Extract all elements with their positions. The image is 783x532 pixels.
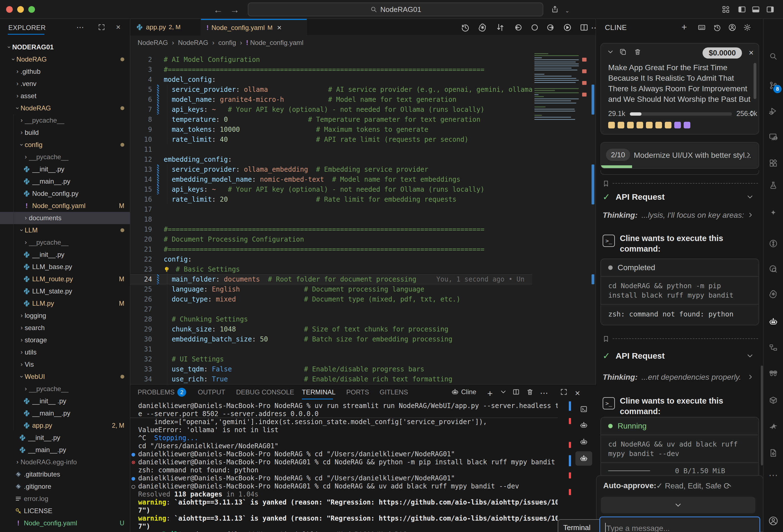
robots-icon[interactable] bbox=[768, 368, 779, 379]
code-line-17[interactable]: 17 bbox=[130, 204, 532, 214]
task-scrollbar[interactable] bbox=[754, 63, 756, 99]
nav-forward-circle-icon[interactable] bbox=[546, 23, 556, 32]
code-line-8[interactable]: 8 temperature: 0 # Temperature parameter… bbox=[130, 114, 532, 125]
source-control-icon[interactable]: 8 bbox=[768, 80, 779, 91]
auto-approve-label[interactable]: Auto-approve: bbox=[603, 481, 656, 490]
tree-folder-noderag[interactable]: ›NodeRAG bbox=[0, 53, 130, 65]
share-chevron-icon[interactable]: ⌄ bbox=[565, 7, 570, 14]
traffic-close-button[interactable] bbox=[6, 6, 13, 13]
nav-forward-icon[interactable]: → bbox=[229, 4, 240, 15]
tree-folder-utils[interactable]: ›utils bbox=[0, 346, 130, 358]
code-editor[interactable]: 2# AI Model Configuration3#=============… bbox=[130, 50, 595, 384]
code-line-30[interactable]: 30 embedding_batch_size: 50 # Batch size… bbox=[130, 334, 532, 344]
split-terminal-icon[interactable] bbox=[512, 388, 520, 396]
breadcrumb-item[interactable]: NodeRAG bbox=[137, 39, 168, 46]
code-line-22[interactable]: 22config: bbox=[130, 254, 532, 264]
account-icon[interactable] bbox=[768, 516, 779, 527]
tree-folder-storage[interactable]: ›storage bbox=[0, 334, 130, 346]
expand-view-icon[interactable] bbox=[98, 23, 105, 31]
extensions-icon[interactable] bbox=[768, 158, 779, 169]
tree-file--main-py[interactable]: __main__.py bbox=[0, 444, 130, 456]
toggle-panel-icon[interactable] bbox=[751, 5, 760, 14]
code-line-2[interactable]: 2# AI Model Configuration bbox=[130, 55, 532, 65]
todo-chevron-icon[interactable] bbox=[745, 151, 752, 159]
traffic-zoom-button[interactable] bbox=[28, 6, 35, 13]
command-center-search[interactable]: NodeRAG01 bbox=[248, 2, 543, 16]
api-request-row[interactable]: ✓ API Request bbox=[603, 191, 757, 202]
chevron-down-icon[interactable] bbox=[746, 193, 754, 201]
code-line-33[interactable]: 33 use_tqdm: False # Enable/disable prog… bbox=[130, 364, 532, 374]
tree-folder-noderag[interactable]: ›NodeRAG bbox=[0, 102, 130, 114]
code-line-3[interactable]: 3#======================================… bbox=[130, 65, 532, 75]
tree-file--gitignore[interactable]: .gitignore bbox=[0, 480, 130, 493]
panel-tab-gitlens[interactable]: GITLENS bbox=[380, 385, 408, 400]
code-line-21[interactable]: 21#=====================================… bbox=[130, 244, 532, 254]
chevron-right-icon[interactable] bbox=[747, 211, 754, 219]
code-line-4[interactable]: 4model_config: bbox=[130, 75, 532, 85]
close-tab-icon[interactable]: × bbox=[277, 23, 281, 32]
session-cline-icon[interactable] bbox=[575, 435, 592, 449]
breadcrumb-item[interactable]: ! Node_config.yaml bbox=[246, 39, 304, 46]
code-line-6[interactable]: 6 model_name: granite4-micro-h # Model n… bbox=[130, 95, 532, 105]
tree-folder-llm[interactable]: ›LLM bbox=[0, 224, 130, 236]
close-task-icon[interactable]: × bbox=[749, 48, 754, 58]
session-shell-icon[interactable] bbox=[575, 402, 592, 416]
history-icon[interactable] bbox=[461, 23, 470, 32]
code-line-19[interactable]: 19#=====================================… bbox=[130, 224, 532, 234]
code-line-24[interactable]: 24 main_folder: documents # Root folder … bbox=[130, 274, 532, 284]
run-file-icon[interactable] bbox=[563, 23, 572, 32]
code-line-32[interactable]: 32 # UI Settings bbox=[130, 354, 532, 364]
session-cline-icon[interactable] bbox=[575, 418, 592, 432]
nav-back-circle-icon[interactable] bbox=[513, 23, 523, 32]
chevron-up-icon[interactable] bbox=[725, 482, 732, 489]
code-line-15[interactable]: 15 api_keys: ~ # Your API key (optional)… bbox=[130, 185, 532, 194]
tree-folder-logging[interactable]: ›logging bbox=[0, 309, 130, 322]
cline-robot-icon[interactable] bbox=[768, 316, 779, 327]
share-icon[interactable] bbox=[551, 5, 559, 14]
breadcrumb-item[interactable]: config bbox=[218, 39, 236, 46]
account-icon[interactable] bbox=[728, 23, 737, 32]
debug-icon[interactable] bbox=[768, 105, 779, 117]
kangaroo-icon[interactable] bbox=[768, 421, 779, 432]
chevron-right-icon[interactable] bbox=[747, 373, 754, 380]
cpp-tools-icon[interactable] bbox=[768, 447, 779, 459]
cline-scrollbar[interactable] bbox=[761, 366, 763, 465]
code-line-7[interactable]: 7 api_keys: ~ # Your API key (optional) … bbox=[130, 105, 532, 114]
code-line-11[interactable]: 11 bbox=[130, 144, 532, 155]
settings-gear-icon[interactable] bbox=[743, 23, 751, 32]
flowchart-icon[interactable] bbox=[768, 342, 779, 353]
delete-task-icon[interactable] bbox=[634, 48, 641, 56]
minimap[interactable] bbox=[532, 50, 582, 384]
traffic-minimize-button[interactable] bbox=[17, 6, 24, 13]
close-sidebar-icon[interactable]: × bbox=[116, 23, 120, 32]
code-line-5[interactable]: 5 service_provider: ollama # AI service … bbox=[130, 85, 532, 95]
ellipsis-icon[interactable]: ⋯ bbox=[768, 470, 779, 481]
tree-folder--venv[interactable]: ›.venv bbox=[0, 78, 130, 90]
tree-folder--pycache-[interactable]: ›__pycache__ bbox=[0, 151, 130, 163]
code-line-14[interactable]: 14 embedding_model_name: nomic-embed-tex… bbox=[130, 174, 532, 185]
git-graph-icon[interactable] bbox=[768, 238, 779, 249]
tree-file--init-py[interactable]: __init__.py bbox=[0, 163, 130, 175]
code-line-12[interactable]: 12embedding_config: bbox=[130, 155, 532, 164]
maximize-panel-icon[interactable] bbox=[560, 388, 568, 396]
todo-progress-card[interactable]: 2/10 Modernize UI/UX with better styl... bbox=[600, 142, 759, 169]
split-editor-icon[interactable] bbox=[580, 23, 589, 32]
tree-file-llm-py[interactable]: LLM.pyM bbox=[0, 297, 130, 309]
expand-chat-button[interactable] bbox=[601, 497, 755, 513]
mcp-servers-icon[interactable] bbox=[697, 23, 706, 32]
task-text[interactable]: Make App Great For the First Time Becaus… bbox=[608, 62, 752, 106]
tree-folder-search[interactable]: ›search bbox=[0, 322, 130, 334]
code-line-26[interactable]: 26 docu_type: mixed # Document type (mix… bbox=[130, 294, 532, 304]
gitlens-icon[interactable] bbox=[768, 264, 779, 275]
tree-file--init-py[interactable]: __init__.py bbox=[0, 432, 130, 444]
tree-folder-noderag-egg-info[interactable]: ›NodeRAG.egg-info bbox=[0, 456, 130, 468]
toggle-secondary-sidebar-icon[interactable] bbox=[766, 5, 775, 14]
sparkle-icon[interactable] bbox=[768, 207, 779, 219]
customize-layout-icon[interactable] bbox=[721, 5, 730, 14]
terminal-output[interactable]: danielkliewer@Daniels-MacBook-Pro NodeRA… bbox=[130, 401, 558, 532]
api-request-row[interactable]: ✓ API Request bbox=[603, 350, 757, 361]
tree-folder--pycache-[interactable]: ›__pycache__ bbox=[0, 236, 130, 248]
tree-folder-vis[interactable]: ›Vis bbox=[0, 358, 130, 371]
new-terminal-icon[interactable]: + bbox=[487, 388, 493, 399]
message-input[interactable]: Type a message... bbox=[599, 517, 760, 532]
